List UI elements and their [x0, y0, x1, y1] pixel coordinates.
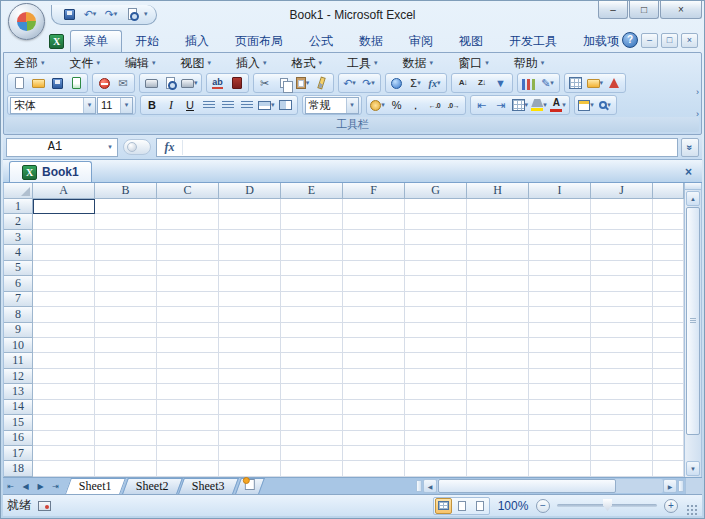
cell-J16[interactable] [591, 431, 653, 446]
cell-partial-8[interactable] [653, 307, 684, 322]
cell-B7[interactable] [95, 292, 157, 307]
cell-A3[interactable] [33, 230, 95, 245]
cell-G7[interactable] [405, 292, 467, 307]
workbook-close-button[interactable]: × [681, 33, 698, 48]
cell-C15[interactable] [157, 415, 219, 430]
cell-F7[interactable] [343, 292, 405, 307]
cell-I8[interactable] [529, 307, 591, 322]
sheet-tab-Sheet1[interactable]: Sheet1 [65, 478, 125, 494]
decrease-decimal-button[interactable]: .0→ [445, 96, 463, 114]
print-area-button[interactable]: ▾ [180, 74, 199, 92]
cell-G2[interactable] [405, 214, 467, 229]
cell-G8[interactable] [405, 307, 467, 322]
cell-F1[interactable] [343, 199, 405, 214]
cell-H6[interactable] [467, 276, 529, 291]
cell-D9[interactable] [219, 323, 281, 338]
cell-I16[interactable] [529, 431, 591, 446]
cell-J1[interactable] [591, 199, 653, 214]
cell-partial-17[interactable] [653, 446, 684, 461]
scroll-up-icon[interactable]: ▲ [686, 191, 700, 206]
column-header-J[interactable]: J [591, 183, 653, 199]
cell-J2[interactable] [591, 214, 653, 229]
cell-C17[interactable] [157, 446, 219, 461]
cell-H5[interactable] [467, 261, 529, 276]
cell-G18[interactable] [405, 461, 467, 476]
cell-B11[interactable] [95, 353, 157, 368]
cell-F10[interactable] [343, 338, 405, 353]
next-sheet-button[interactable]: ▶ [33, 478, 48, 494]
toolbar-overflow-icon[interactable]: › [696, 87, 699, 97]
cell-D12[interactable] [219, 369, 281, 384]
scroll-left-icon[interactable]: ◀ [423, 479, 437, 493]
cell-A1[interactable] [33, 199, 95, 214]
row-header-5[interactable]: 5 [4, 261, 33, 276]
cell-A5[interactable] [33, 261, 95, 276]
cell-H17[interactable] [467, 446, 529, 461]
row-header-11[interactable]: 11 [4, 353, 33, 368]
zoom-in-button[interactable]: + [664, 499, 678, 513]
cell-partial-2[interactable] [653, 214, 684, 229]
cell-H1[interactable] [467, 199, 529, 214]
previous-sheet-button[interactable]: ◀ [18, 478, 33, 494]
close-button[interactable]: × [660, 1, 702, 19]
currency-style-button[interactable]: ▾ [369, 96, 387, 114]
cell-partial-5[interactable] [653, 261, 684, 276]
print-preview-button[interactable] [123, 6, 141, 23]
cell-B8[interactable] [95, 307, 157, 322]
cell-E12[interactable] [281, 369, 343, 384]
cell-E15[interactable] [281, 415, 343, 430]
borders-button[interactable]: ▾ [511, 96, 530, 114]
cell-J14[interactable] [591, 400, 653, 415]
cell-F9[interactable] [343, 323, 405, 338]
cell-A16[interactable] [33, 431, 95, 446]
cell-I1[interactable] [529, 199, 591, 214]
ribbon-tab-页面布局[interactable]: 页面布局 [222, 30, 296, 52]
cell-C11[interactable] [157, 353, 219, 368]
cell-H18[interactable] [467, 461, 529, 476]
cell-D1[interactable] [219, 199, 281, 214]
cell-B15[interactable] [95, 415, 157, 430]
dropdown-icon[interactable]: ▾ [120, 98, 132, 113]
cell-J15[interactable] [591, 415, 653, 430]
column-header-C[interactable]: C [157, 183, 219, 199]
ribbon-tab-菜单[interactable]: 菜单 [70, 30, 122, 52]
qat-customize-icon[interactable]: ▾ [144, 10, 148, 18]
cell-C2[interactable] [157, 214, 219, 229]
row-header-1[interactable]: 1 [4, 199, 33, 214]
font-size-combo[interactable]: 11▾ [97, 97, 133, 114]
row-header-4[interactable]: 4 [4, 245, 33, 260]
resize-grip[interactable] [685, 503, 698, 516]
italic-button[interactable]: I [162, 96, 180, 114]
menu-工具[interactable]: 工具▾ [347, 55, 378, 72]
cell-G10[interactable] [405, 338, 467, 353]
cell-partial-6[interactable] [653, 276, 684, 291]
cell-partial-10[interactable] [653, 338, 684, 353]
cell-C9[interactable] [157, 323, 219, 338]
cell-D17[interactable] [219, 446, 281, 461]
cell-D6[interactable] [219, 276, 281, 291]
column-header-D[interactable]: D [219, 183, 281, 199]
cell-A2[interactable] [33, 214, 95, 229]
dropdown-icon[interactable]: ▾ [346, 98, 358, 113]
cell-I13[interactable] [529, 384, 591, 399]
cell-A18[interactable] [33, 461, 95, 476]
ribbon-tab-数据[interactable]: 数据 [346, 30, 396, 52]
cell-E2[interactable] [281, 214, 343, 229]
cell-F13[interactable] [343, 384, 405, 399]
page-layout-view-button[interactable] [453, 498, 470, 514]
redo-button[interactable]: ↷▾ [360, 74, 378, 92]
cell-F18[interactable] [343, 461, 405, 476]
row-header-3[interactable]: 3 [4, 230, 33, 245]
cell-C4[interactable] [157, 245, 219, 260]
column-header-I[interactable]: I [529, 183, 591, 199]
menu-全部[interactable]: 全部▾ [14, 55, 45, 72]
insert-function-button[interactable]: fx [157, 140, 183, 155]
cell-partial-15[interactable] [653, 415, 684, 430]
underline-button[interactable]: U [181, 96, 199, 114]
chart-wizard-button[interactable] [520, 74, 538, 92]
cell-F2[interactable] [343, 214, 405, 229]
cell-E3[interactable] [281, 230, 343, 245]
ribbon-tab-插入[interactable]: 插入 [172, 30, 222, 52]
cell-F11[interactable] [343, 353, 405, 368]
dropdown-icon[interactable]: ▾ [83, 98, 95, 113]
